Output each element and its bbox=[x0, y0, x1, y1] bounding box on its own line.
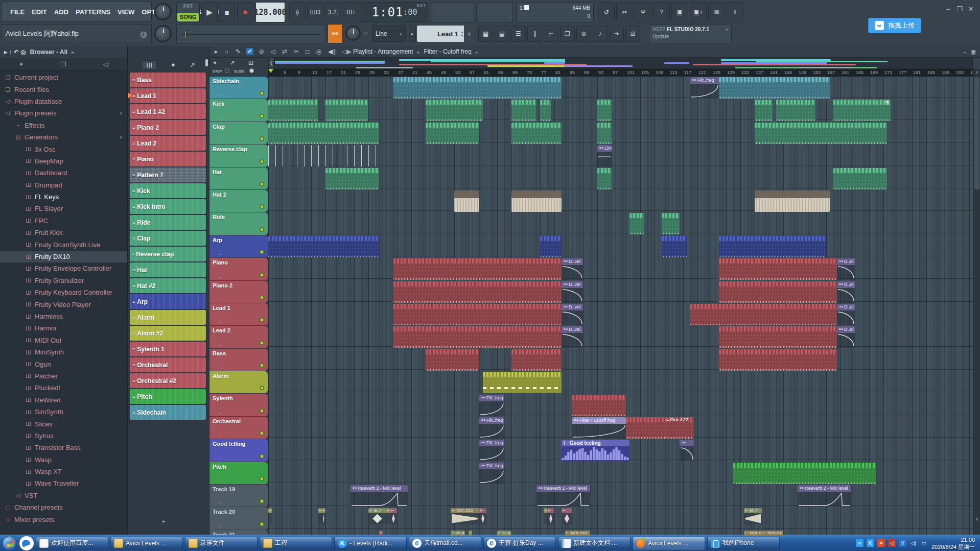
mini-audio-clip[interactable]: ⊢ bbox=[562, 508, 572, 524]
timeline-bar-145[interactable]: 145 bbox=[784, 70, 792, 75]
paint-icon[interactable]: ✐ bbox=[246, 48, 253, 55]
pattern-clip[interactable] bbox=[540, 100, 551, 121]
track-header-lead-2[interactable]: Lead 2... bbox=[209, 326, 268, 348]
help-icon[interactable]: ? bbox=[653, 2, 670, 22]
mute-icon[interactable]: ◁ bbox=[270, 48, 276, 55]
browser-item-fl-keys[interactable]: ШFL Keys bbox=[0, 191, 127, 203]
timeline-ruler[interactable]: 5913172125293337414549535761656973778185… bbox=[268, 69, 973, 77]
track-menu-dots[interactable]: ... bbox=[219, 433, 222, 437]
browser-item-effects[interactable]: ⌁Effects bbox=[0, 119, 127, 131]
typing-keyboard-icon[interactable]: ШΘ bbox=[307, 2, 323, 22]
track-mute-led[interactable] bbox=[260, 250, 264, 254]
pattern-clip[interactable]: ≡ bbox=[833, 100, 891, 121]
timeline-bar-93[interactable]: 93 bbox=[598, 70, 603, 75]
step-toggle[interactable] bbox=[225, 68, 229, 73]
marker-panel[interactable] bbox=[431, 2, 474, 22]
mini-audio-clip[interactable]: ⊢ NOI..010 bbox=[451, 508, 479, 524]
timeline-bar-45[interactable]: 45 bbox=[427, 70, 432, 75]
track-menu-dots[interactable]: ... bbox=[219, 410, 222, 415]
mixer-icon[interactable]: ∥ bbox=[527, 26, 542, 42]
playlist-title-text[interactable]: Playlist - Arrangement bbox=[353, 48, 413, 55]
back-icon[interactable]: ↶ bbox=[14, 49, 20, 56]
pattern-pitch[interactable]: ≡Pitch bbox=[130, 389, 206, 404]
pattern-clip[interactable] bbox=[662, 213, 680, 234]
pattern-lead-1-2[interactable]: ≡Lead 1 #2 bbox=[130, 104, 206, 119]
track-header-orchestral[interactable]: Orchestral... bbox=[209, 417, 268, 439]
browser-item-plugin-presets[interactable]: ◁:Plugin presets▾ bbox=[0, 107, 127, 119]
sparse-pattern-clip[interactable] bbox=[268, 145, 379, 166]
browser-tab-plugins-icon[interactable]: ◁: bbox=[85, 61, 127, 68]
pattern-clip[interactable] bbox=[268, 123, 379, 144]
track-header-sylenth[interactable]: Sylenth... bbox=[209, 394, 268, 416]
picker-audio-tab-icon[interactable]: ✦ bbox=[171, 61, 176, 69]
count-icon[interactable]: 3.2: bbox=[325, 2, 341, 22]
security-tray-icon[interactable]: V bbox=[899, 539, 906, 547]
taskbar-item-iphone[interactable]: 我的iPhone bbox=[707, 537, 780, 550]
track-mute-led[interactable] bbox=[260, 476, 264, 481]
pattern-ride[interactable]: ≡Ride bbox=[130, 215, 206, 230]
picker-automation-tab-icon[interactable]: ↗ bbox=[190, 61, 195, 69]
routing-icon[interactable]: ⊢ bbox=[544, 26, 558, 42]
playback-icon[interactable]: ◀∥ bbox=[327, 48, 337, 55]
audio-clip[interactable] bbox=[755, 190, 830, 212]
track-header-bass[interactable]: Bass... bbox=[209, 349, 268, 371]
timeline-bar-65[interactable]: 65 bbox=[498, 70, 503, 75]
browser-item-fruity-video-player[interactable]: ШFruity Video Player bbox=[0, 298, 127, 310]
browser-item-channel-presets[interactable]: ▢Channel presets bbox=[0, 501, 127, 513]
pattern-hat[interactable]: ≡Hat bbox=[130, 262, 206, 277]
preview-scroll-left-button[interactable]: ❮ bbox=[268, 58, 274, 69]
timeline-bar-33[interactable]: 33 bbox=[384, 70, 389, 75]
timeline-bar-113[interactable]: 113 bbox=[670, 70, 677, 75]
pattern-clip[interactable]: ≡ Orc..l #2 bbox=[665, 417, 694, 439]
automation-clip[interactable]: ⚯ D..el bbox=[837, 304, 855, 325]
mini-audio-clip[interactable]: ⊢ bbox=[390, 508, 397, 524]
mic-icon[interactable]: Ψ bbox=[635, 2, 651, 22]
undo-icon[interactable]: ↺ bbox=[598, 2, 615, 22]
timeline-bar-25[interactable]: 25 bbox=[355, 70, 360, 75]
taskbar-item-notepad[interactable]: 新建文本文档 ... bbox=[558, 537, 631, 550]
slice-icon[interactable]: ✂ bbox=[293, 48, 300, 55]
browser-item-fruity-envelope-controller[interactable]: ШFruity Envelope Controller bbox=[0, 262, 127, 274]
track-mute-led[interactable] bbox=[260, 522, 264, 526]
browser-item-fruity-drumsynth-live[interactable]: ШFruity DrumSynth Live bbox=[0, 238, 127, 250]
track-header-pitch[interactable]: Pitch... bbox=[209, 462, 268, 484]
shop-icon[interactable]: ⊞ bbox=[625, 26, 640, 42]
pattern-clip[interactable] bbox=[690, 304, 837, 325]
browser-item-drumpad[interactable]: ШDrumpad bbox=[0, 179, 127, 191]
pattern-clap[interactable]: ≡Clap bbox=[130, 231, 206, 246]
pattern-hat-2[interactable]: ≡Hat #2 bbox=[130, 278, 206, 293]
touch-icon[interactable]: ➔ bbox=[609, 26, 624, 42]
browser-tab-audio-icon[interactable]: ✦ bbox=[0, 61, 42, 68]
track-mute-led[interactable] bbox=[260, 499, 264, 504]
slide-toggle[interactable] bbox=[249, 68, 254, 73]
pattern-clip[interactable] bbox=[833, 168, 887, 189]
netdisk-upload-button[interactable]: ∞ 拖拽上传 bbox=[869, 18, 921, 33]
taskbar-item-kugou[interactable]: K- Levels (Radi... bbox=[334, 537, 407, 550]
pattern-clip[interactable] bbox=[540, 236, 562, 257]
automation-clip[interactable]: ⚯ D..vel bbox=[562, 304, 583, 325]
picker-scrollbar[interactable] bbox=[205, 59, 208, 66]
timeline-bar-69[interactable]: 69 bbox=[512, 70, 518, 75]
automation-clip[interactable]: ⚯ Filt..freq bbox=[479, 417, 504, 439]
track-header-track-20[interactable]: Track 20... bbox=[209, 507, 268, 529]
menu-view[interactable]: VIEW bbox=[114, 8, 138, 16]
browser-item-fpc[interactable]: ШFPC bbox=[0, 215, 127, 227]
track-menu-dots[interactable]: ... bbox=[219, 297, 222, 301]
audio-tray-icon[interactable]: ◁ bbox=[888, 539, 896, 547]
stairs-icon[interactable]: ▤ bbox=[495, 26, 509, 42]
track-mute-led[interactable] bbox=[260, 341, 264, 345]
pattern-kick-intro[interactable]: ≡Kick Intro bbox=[130, 199, 206, 214]
pattern-clip[interactable] bbox=[393, 281, 562, 303]
plugin-icon[interactable]: ⊕ bbox=[576, 26, 591, 42]
automation-clip[interactable]: ⚯ Reeverb 2 - Mix level bbox=[351, 485, 408, 507]
timeline-bar-181[interactable]: 181 bbox=[913, 70, 921, 75]
network-tray-icon[interactable]: ▭ bbox=[920, 539, 928, 547]
track-menu-dots[interactable]: ... bbox=[219, 183, 222, 188]
pattern-clip[interactable] bbox=[719, 258, 837, 280]
track-mute-led[interactable] bbox=[260, 182, 264, 186]
pages-icon[interactable]: ❐ bbox=[560, 26, 575, 42]
browser-item-fl-slayer[interactable]: ШFL Slayer bbox=[0, 203, 127, 214]
remote-icon[interactable]: ♪ bbox=[593, 26, 608, 42]
browser-item-sytrus[interactable]: ШSytrus bbox=[0, 430, 127, 442]
add-pattern-button[interactable]: + bbox=[464, 26, 474, 42]
